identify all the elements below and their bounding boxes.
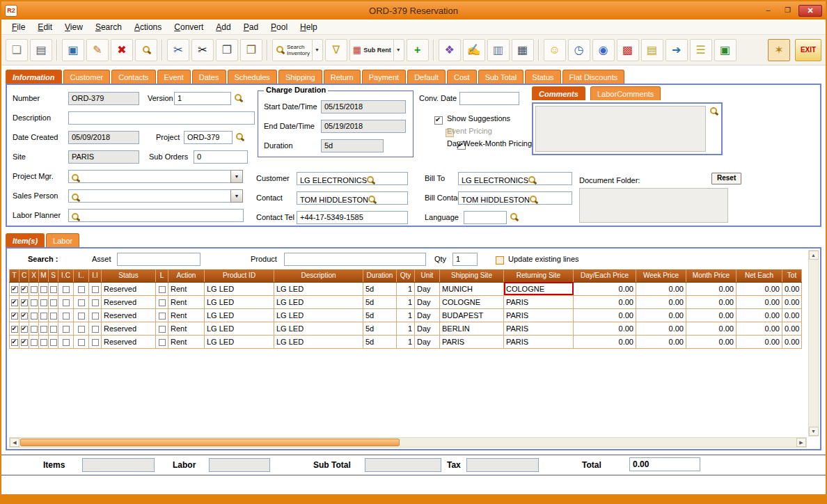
groups-button[interactable]: ❖ — [439, 39, 461, 61]
cell-duration[interactable]: 5d — [363, 308, 397, 322]
find-button[interactable] — [135, 39, 157, 61]
cell-qty[interactable]: 1 — [397, 335, 415, 348]
customer-search-icon[interactable] — [366, 175, 375, 184]
checkbox-m[interactable] — [40, 286, 47, 293]
tab-shipping[interactable]: Shipping — [278, 70, 322, 84]
checkbox-x[interactable] — [31, 313, 38, 320]
cell-action[interactable]: Rent — [168, 335, 205, 348]
menu-file[interactable]: File — [6, 21, 31, 33]
cell-description[interactable]: LG LED — [274, 295, 363, 308]
checkbox-t[interactable] — [11, 326, 18, 333]
cell-c[interactable] — [19, 335, 29, 348]
transfer-button[interactable]: ➔ — [665, 39, 688, 61]
vertical-scrollbar[interactable]: ▲ ▼ — [808, 250, 819, 436]
cell-ic[interactable] — [58, 322, 74, 335]
horizontal-scrollbar[interactable]: ◀ ▶ — [9, 437, 807, 448]
print-button[interactable]: ▤ — [30, 39, 52, 61]
date-created-field[interactable]: 05/09/2018 — [68, 131, 139, 144]
cell-week-price[interactable]: 0.00 — [636, 335, 686, 348]
cell-m[interactable] — [39, 295, 49, 308]
cell-product-id[interactable]: LG LED — [205, 322, 274, 335]
cell-net-each[interactable]: 0.00 — [737, 335, 782, 348]
tab-default[interactable]: Default — [407, 70, 446, 84]
cell-i2[interactable] — [74, 335, 89, 348]
col-status[interactable]: Status — [102, 269, 156, 282]
cards-button[interactable]: ▥ — [487, 39, 510, 61]
reset-button[interactable]: Reset — [711, 173, 741, 184]
cell-i2[interactable] — [74, 308, 89, 322]
col-week-price[interactable]: Week Price — [636, 269, 686, 282]
cell-returning-site-selected[interactable]: COLOGNE — [504, 282, 574, 295]
col-month-price[interactable]: Month Price — [686, 269, 737, 282]
bill-contact-search-icon[interactable] — [529, 195, 538, 204]
bill-contact-field[interactable]: TOM HIDDLESTON — [458, 191, 572, 205]
menu-search[interactable]: Search — [89, 21, 128, 33]
cell-t[interactable] — [10, 308, 19, 322]
maximize-button[interactable]: ❐ — [779, 5, 796, 17]
customer-field[interactable]: LG ELECTRONICS — [297, 172, 408, 185]
cell-c[interactable] — [19, 308, 29, 322]
checkbox-s[interactable] — [50, 286, 57, 293]
cell-unit[interactable]: Day — [415, 335, 440, 348]
table-row[interactable]: Reserved Rent LG LED LG LED 5d 1 Day MUN… — [10, 282, 802, 295]
start-datetime-field[interactable]: 05/15/2018 — [321, 100, 406, 113]
funnel-button[interactable]: ∇ — [325, 39, 347, 61]
cell-s[interactable] — [49, 295, 58, 308]
cell-s[interactable] — [49, 335, 58, 348]
cell-qty[interactable]: 1 — [397, 308, 415, 322]
checkbox-l[interactable] — [159, 326, 166, 333]
cell-c[interactable] — [19, 282, 29, 295]
checkbox-m[interactable] — [40, 326, 47, 333]
checkbox-ic[interactable] — [63, 313, 70, 320]
checkbox-ii[interactable] — [92, 339, 99, 346]
cell-returning-site[interactable]: PARIS — [504, 322, 574, 335]
copy-button[interactable]: ❐ — [216, 39, 238, 61]
menu-view[interactable]: View — [58, 21, 89, 33]
close-button[interactable]: ✕ — [798, 5, 822, 17]
checkbox-s[interactable] — [50, 299, 57, 306]
duration-field[interactable]: 5d — [321, 139, 384, 152]
cell-ii[interactable] — [89, 335, 102, 348]
menu-pad[interactable]: Pad — [237, 21, 265, 33]
scroll-right-button[interactable]: ▶ — [796, 438, 806, 447]
edit-button[interactable]: ✎ — [86, 39, 109, 61]
save-button[interactable]: ▣ — [62, 39, 84, 61]
edit-note-button[interactable]: ✍ — [463, 39, 485, 61]
menu-convert[interactable]: Convert — [168, 21, 210, 33]
cell-x[interactable] — [29, 295, 39, 308]
tab-cost[interactable]: Cost — [447, 70, 477, 84]
sales-person-dropdown[interactable]: ▼ — [230, 189, 243, 203]
checkbox-s[interactable] — [50, 326, 57, 333]
cut-button[interactable]: ✂ — [191, 39, 214, 61]
col-x[interactable]: X — [29, 269, 39, 282]
cell-x[interactable] — [29, 322, 39, 335]
cell-l[interactable] — [156, 322, 168, 335]
checkbox-i2[interactable] — [78, 326, 85, 333]
cell-unit[interactable]: Day — [415, 322, 440, 335]
cell-t[interactable] — [10, 322, 19, 335]
tab-event[interactable]: Event — [157, 70, 191, 84]
checkbox-i2[interactable] — [78, 339, 85, 346]
project-mgr-search-icon[interactable] — [71, 173, 80, 182]
checkbox-m[interactable] — [40, 299, 47, 306]
col-net-each[interactable]: Net Each — [737, 269, 782, 282]
cell-unit[interactable]: Day — [415, 308, 440, 322]
menu-add[interactable]: Add — [210, 21, 237, 33]
tab-return[interactable]: Return — [324, 70, 361, 84]
contact-tel-field[interactable]: +44-17-5349-1585 — [297, 211, 408, 224]
cell-ii[interactable] — [89, 282, 102, 295]
cell-returning-site[interactable]: PARIS — [504, 308, 574, 322]
col-description[interactable]: Description — [274, 269, 363, 282]
asset-input[interactable] — [117, 253, 200, 266]
menu-help[interactable]: Help — [294, 21, 324, 33]
cell-total[interactable]: 0.00 — [782, 308, 802, 322]
version-search-icon[interactable] — [234, 93, 243, 102]
scroll-down-button[interactable]: ▼ — [809, 427, 819, 436]
cell-shipping-site[interactable]: COLOGNE — [440, 295, 504, 308]
tab-items[interactable]: Item(s) — [6, 233, 45, 247]
cell-status[interactable]: Reserved — [102, 335, 156, 348]
col-m[interactable]: M — [39, 269, 49, 282]
rubik-button[interactable]: ▩ — [617, 39, 639, 61]
coins-button[interactable]: ☰ — [690, 39, 712, 61]
checkbox-s[interactable] — [50, 313, 57, 320]
